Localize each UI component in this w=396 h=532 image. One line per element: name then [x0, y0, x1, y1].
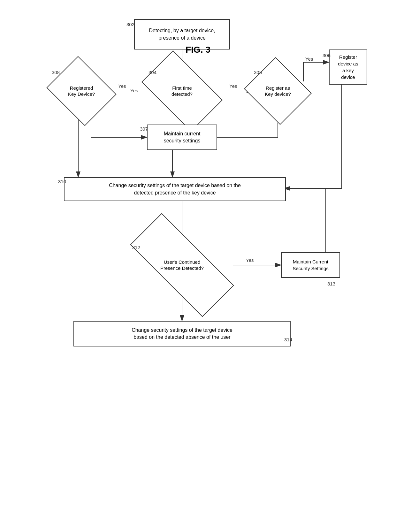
maintain-current2-box: Maintain Current Security Settings — [281, 252, 340, 278]
ref-314: 314 — [284, 337, 292, 342]
ref-310: 310 — [58, 179, 66, 184]
svg-text:Yes: Yes — [305, 56, 313, 62]
registered-key-diamond: Registered Key Device? — [54, 69, 109, 113]
svg-text:Yes: Yes — [118, 83, 126, 89]
ref-302: 302 — [126, 22, 134, 27]
register-key-diamond: Register as Key device? — [252, 69, 303, 113]
ref-313: 313 — [327, 281, 335, 286]
change-presence-box: Change security settings of the target d… — [64, 177, 286, 201]
figure-label: FIG. 3 — [22, 45, 374, 55]
ref-307: 307 — [140, 126, 148, 132]
flowchart-container: to Register as Key device? --> Yes Regis… — [22, 0, 374, 55]
yes-label-left: Yes — [130, 88, 138, 93]
change-absence-box: Change security settings of the target d… — [73, 321, 291, 346]
svg-text:Yes: Yes — [229, 83, 237, 89]
ref-304: 304 — [148, 70, 156, 75]
ref-308: 308 — [52, 70, 60, 75]
svg-text:Yes: Yes — [246, 257, 254, 263]
user-presence-diamond: User's Continued Presence Detected? — [131, 243, 233, 287]
maintain-current-box: Maintain current security settings — [147, 125, 217, 150]
ref-312: 312 — [132, 245, 140, 250]
first-time-diamond: First time detected? — [147, 69, 217, 113]
ref-305: 305 — [254, 70, 262, 75]
